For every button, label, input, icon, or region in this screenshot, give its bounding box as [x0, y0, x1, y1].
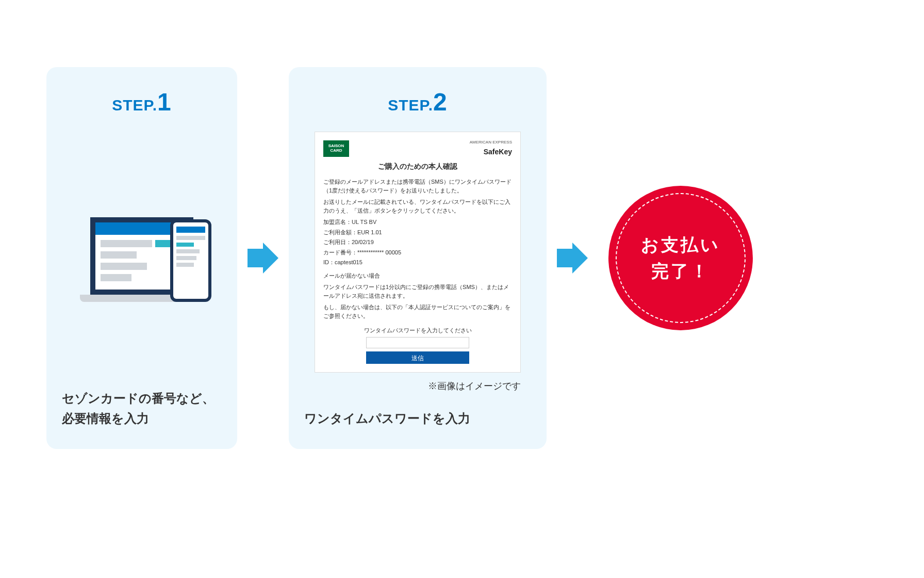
step2-label: STEP.: [388, 97, 433, 114]
card-number: カード番号：************ 00005: [323, 248, 512, 258]
id: ID：captest015: [323, 258, 512, 267]
svg-marker-1: [557, 243, 588, 274]
panel-text: ワンタイムパスワードは1分以内にご登録の携帯電話（SMS）、またはメールアドレス…: [323, 283, 512, 301]
panel-text: ご登録のメールアドレスまたは携帯電話（SMS）にワンタイムパスワード（1度だけ使…: [323, 178, 512, 196]
image-note: ※画像はイメージです: [304, 380, 521, 392]
confirmation-panel: SAISONCARD AMERICAN EXPRESSSafeKey ご購入のた…: [315, 132, 521, 373]
svg-marker-0: [248, 243, 278, 274]
safekey-logo: AMERICAN EXPRESSSafeKey: [470, 139, 512, 157]
panel-text: お送りしたメールに記載されている、ワンタイムパスワードを以下にご入力のうえ、「送…: [323, 198, 512, 216]
amount: ご利用金額：EUR 1.01: [323, 228, 512, 237]
panel-title: ご購入のための本人確認: [323, 160, 512, 172]
arrow-icon: [557, 243, 588, 274]
payment-complete-badge: お支払い 完了！: [608, 186, 753, 330]
panel-text: もし、届かない場合は、以下の「本人認証サービスについてのご案内」をご参照ください…: [323, 303, 512, 321]
step1-label: STEP.: [112, 97, 157, 114]
payment-flow: STEP.1 セゾンカードの番号な: [46, 67, 753, 449]
send-button[interactable]: 送信: [366, 351, 469, 364]
step1-card: STEP.1 セゾンカードの番号な: [46, 67, 237, 449]
step1-number: 1: [157, 88, 172, 116]
otp-input[interactable]: [366, 337, 469, 348]
usage-date: ご利用日：20/02/19: [323, 238, 512, 247]
arrow-icon: [248, 243, 278, 274]
saison-card-logo: SAISONCARD: [323, 140, 349, 157]
badge-line2: 完了！: [651, 258, 710, 284]
merchant-name: 加盟店名：UL TS BV: [323, 218, 512, 227]
nomail-heading: メールが届かない場合: [323, 271, 512, 281]
step2-description: ワンタイムパスワードを入力: [304, 409, 531, 428]
step1-description: セゾンカードの番号など、 必要情報を入力: [62, 389, 222, 428]
devices-illustration: [62, 157, 222, 302]
badge-line1: お支払い: [641, 232, 720, 258]
step2-heading: STEP.2: [304, 88, 531, 116]
otp-label: ワンタイムパスワードを入力してください: [323, 326, 512, 335]
step2-card: STEP.2 SAISONCARD AMERICAN EXPRESSSafeKe…: [289, 67, 547, 449]
step2-number: 2: [433, 88, 448, 116]
step1-heading: STEP.1: [62, 88, 222, 116]
phone-icon: [170, 219, 211, 302]
